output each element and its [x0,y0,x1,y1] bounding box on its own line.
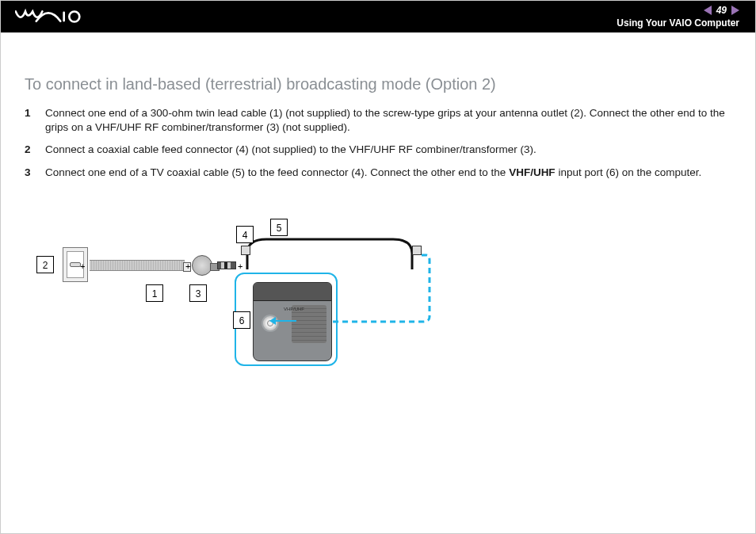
plus-icon: + [80,261,85,271]
diagram-label-5: 5 [270,219,288,236]
page-number: 49 [716,5,727,17]
page-title: To connect in land-based (terrestrial) b… [25,75,731,93]
header-section-name: Using Your VAIO Computer [617,17,739,29]
svg-point-1 [69,12,79,22]
steps-list: 1 Connect one end of a 300-ohm twin lead… [25,106,731,180]
diagram-label-6: 6 [233,311,250,329]
rf-combiner [192,255,212,276]
arrow-into-port-icon [274,320,296,322]
port-label: VHF/UHF [284,307,304,311]
step-number: 2 [25,143,34,157]
step-3: 3 Connect one end of a TV coaxial cable … [25,166,731,180]
diagram-label-2: 2 [36,256,54,273]
page-navigation: 49 [617,5,739,17]
step-number: 3 [25,166,34,180]
next-page-icon[interactable] [731,6,739,15]
step-1: 1 Connect one end of a 300-ohm twin lead… [25,106,731,135]
diagram-label-1: 1 [146,284,163,302]
twin-lead-cable [90,260,185,271]
vaio-logo [15,9,82,25]
page-content: To connect in land-based (terrestrial) b… [1,32,755,180]
page-header: 49 Using Your VAIO Computer [1,1,755,32]
step-text: Connect one end of a 300-ohm twin lead c… [45,106,731,135]
plus-icon: + [185,261,190,271]
step-text: Connect a coaxial cable feed connector (… [45,143,536,157]
connection-diagram: + + + VHF/UHF 1 2 3 4 5 6 [36,219,433,369]
feed-connector [217,261,236,269]
prev-page-icon[interactable] [704,6,712,15]
step-text: Connect one end of a TV coaxial cable (5… [45,166,701,180]
step-2: 2 Connect a coaxial cable feed connector… [25,143,731,157]
diagram-label-4: 4 [236,226,254,243]
svg-rect-0 [63,12,65,22]
coax-end-icon [241,246,250,255]
diagram-label-3: 3 [189,284,207,302]
step-number: 1 [25,106,34,135]
computer-device: VHF/UHF [253,282,332,361]
